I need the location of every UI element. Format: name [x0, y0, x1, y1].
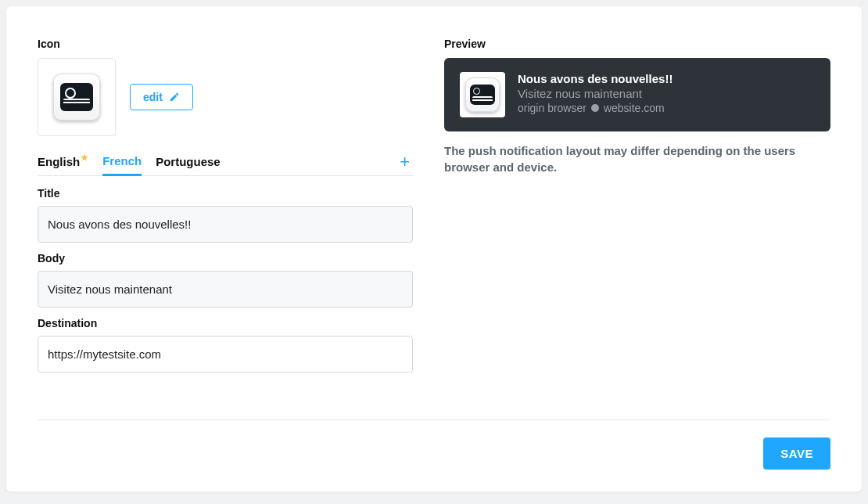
body-input[interactable]: [38, 271, 413, 308]
tab-portuguese[interactable]: Portuguese: [156, 155, 221, 175]
form-column: Icon edit English ★: [38, 38, 413, 399]
notification-preview: Nous avons des nouvelles!! Visitez nous …: [444, 58, 830, 131]
tab-label: French: [102, 154, 142, 167]
app-icon: [53, 74, 100, 121]
preview-icon: [460, 72, 505, 117]
destination-input[interactable]: [38, 336, 413, 373]
pencil-icon: [169, 92, 180, 103]
plus-icon: +: [400, 152, 410, 171]
tab-label: English: [38, 155, 80, 168]
origin-dot-icon: [591, 104, 599, 112]
preview-origin: origin browser website.com: [518, 102, 673, 114]
preview-text: Nous avons des nouvelles!! Visitez nous …: [518, 72, 673, 114]
title-input[interactable]: [38, 206, 413, 243]
footer: SAVE: [38, 420, 830, 470]
preview-column: Preview Nous avons des nouvelles!! Visit…: [444, 38, 830, 399]
edit-icon-button[interactable]: edit: [130, 84, 193, 110]
title-label: Title: [38, 187, 413, 200]
edit-label: edit: [143, 91, 163, 103]
icon-section-label: Icon: [38, 38, 413, 50]
tab-french[interactable]: French: [102, 154, 142, 176]
destination-label: Destination: [38, 317, 413, 329]
star-icon: ★: [81, 153, 88, 162]
body-label: Body: [38, 252, 413, 265]
origin-browser-label: origin browser: [518, 102, 586, 114]
icon-preview: [38, 58, 116, 136]
notification-editor-card: Icon edit English ★: [6, 6, 862, 491]
language-tabs: English ★ French Portuguese +: [38, 153, 413, 176]
add-language-button[interactable]: +: [396, 153, 413, 175]
preview-body: Visitez nous maintenant: [518, 87, 673, 100]
tab-english[interactable]: English ★: [38, 155, 88, 175]
preview-note: The push notification layout may differ …: [444, 142, 830, 175]
tab-label: Portuguese: [156, 155, 221, 168]
icon-row: edit: [38, 58, 413, 136]
origin-website: website.com: [604, 102, 665, 114]
preview-title: Nous avons des nouvelles!!: [518, 72, 673, 85]
save-button[interactable]: SAVE: [763, 437, 830, 470]
preview-section-label: Preview: [444, 38, 830, 50]
